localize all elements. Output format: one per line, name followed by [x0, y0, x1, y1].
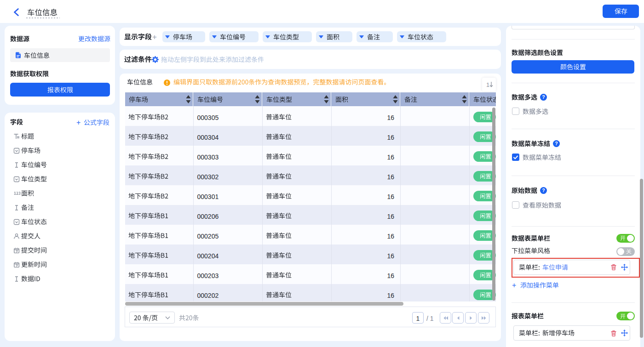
svg-text:?: ?: [542, 94, 545, 100]
svg-text:?: ?: [555, 141, 558, 146]
svg-text:?: ?: [542, 188, 545, 193]
